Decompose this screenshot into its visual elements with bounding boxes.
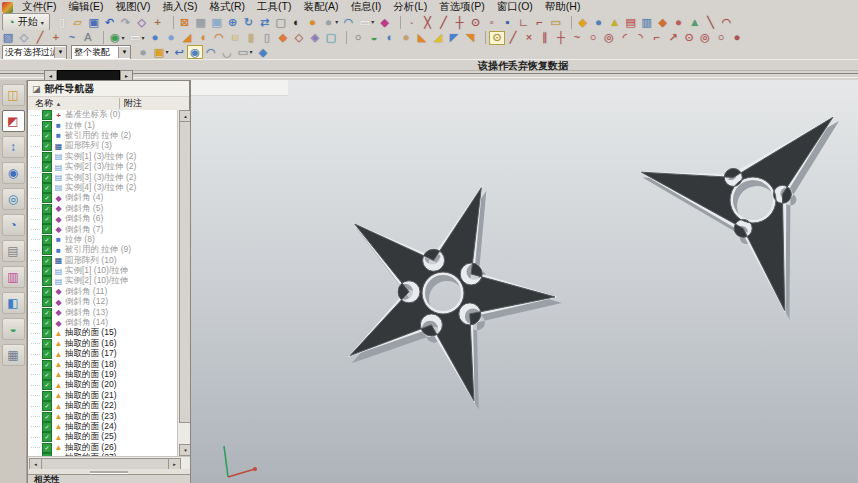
intersect-icon[interactable]: ◈: [307, 31, 323, 45]
sketch-arrow-icon[interactable]: ↗: [665, 31, 681, 45]
sketch-spline-icon[interactable]: ~: [569, 31, 585, 45]
separator[interactable]: [339, 31, 347, 44]
column-header-name[interactable]: 名称 ▲: [28, 97, 95, 110]
sketch-circle2-icon[interactable]: ⊙: [681, 31, 697, 45]
cylinder-icon[interactable]: ▮: [243, 31, 259, 45]
sketch-line-icon[interactable]: ╱: [505, 31, 521, 45]
checkbox-icon[interactable]: ✓: [42, 360, 52, 370]
sweep-icon[interactable]: ◠: [211, 31, 227, 45]
datum-plane-icon[interactable]: ◇: [16, 31, 32, 45]
checkbox-icon[interactable]: ✓: [42, 266, 52, 276]
feature-group-icon-8[interactable]: ▲: [687, 15, 703, 29]
checkbox-icon[interactable]: ✓: [42, 380, 52, 390]
dropdown-arrow-icon[interactable]: ▾: [163, 45, 171, 59]
palette-icon[interactable]: ▥: [2, 266, 25, 288]
sketch-parallel-icon[interactable]: ∥: [537, 31, 553, 45]
highlight-icon[interactable]: ◉: [187, 45, 203, 59]
menu-item[interactable]: 文件(F): [16, 0, 62, 14]
menu-item[interactable]: 分析(L): [387, 0, 433, 14]
checkbox-icon[interactable]: ✓: [42, 173, 52, 183]
menu-item[interactable]: 装配(A): [297, 0, 344, 14]
snap-endpoint-icon[interactable]: ∙: [404, 15, 420, 29]
sketch-arc2-icon[interactable]: ◝: [633, 31, 649, 45]
checkbox-icon[interactable]: ✓: [42, 349, 52, 359]
menu-item[interactable]: 编辑(E): [62, 0, 109, 14]
checkbox-icon[interactable]: ✓: [42, 162, 52, 172]
text-tool-icon[interactable]: A: [80, 31, 96, 45]
snap-midpoint-icon[interactable]: ╳: [420, 15, 436, 29]
checkbox-icon[interactable]: ✓: [42, 183, 52, 193]
fold-icon-3[interactable]: ◤: [446, 31, 462, 45]
curve-b-icon[interactable]: ◡: [219, 45, 235, 59]
zoom-window-icon[interactable]: ▣: [209, 15, 225, 29]
checkbox-icon[interactable]: ✓: [42, 432, 52, 442]
fold-icon-4[interactable]: ◥: [462, 31, 478, 45]
save-icon[interactable]: ▣: [86, 15, 102, 29]
web-browser-icon[interactable]: ◎: [2, 188, 25, 210]
snap-on-curve-icon[interactable]: ╱: [436, 15, 452, 29]
selection-scope-combo[interactable]: 整个装配 ▼: [71, 45, 131, 60]
lock-icon[interactable]: ⊙: [489, 31, 505, 45]
separator[interactable]: [166, 16, 174, 29]
materials-icon[interactable]: ▤: [2, 240, 25, 262]
pan-view-icon[interactable]: ⇄: [257, 15, 273, 29]
checkbox-icon[interactable]: ✓: [42, 141, 52, 151]
part-navigator-icon[interactable]: ◩: [2, 110, 25, 132]
roles-icon[interactable]: ◒: [2, 318, 25, 340]
checkbox-icon[interactable]: ✓: [42, 193, 52, 203]
checkbox-icon[interactable]: ✓: [42, 110, 52, 120]
subtract-icon[interactable]: ◇: [291, 31, 307, 45]
sketch-cross-icon[interactable]: ┼: [553, 31, 569, 45]
tree-row[interactable]: ✓ ◆ 倒斜角 (7): [28, 224, 177, 234]
sphere-wire-icon[interactable]: ○: [350, 31, 366, 45]
fold-icon-2[interactable]: ◢: [430, 31, 446, 45]
checkbox-icon[interactable]: ✓: [42, 401, 52, 411]
visual-effect-icon[interactable]: ◆: [377, 15, 393, 29]
checkbox-icon[interactable]: ✓: [42, 276, 52, 286]
snap-bounded-plane-icon[interactable]: ▭: [548, 15, 564, 29]
checkbox-icon[interactable]: ✓: [42, 214, 52, 224]
checkbox-icon[interactable]: ✓: [42, 235, 52, 245]
redo-icon[interactable]: ↷: [118, 15, 134, 29]
checkbox-icon[interactable]: ✓: [42, 131, 52, 141]
start-button[interactable]: ◔ 开始 ▾: [2, 13, 50, 31]
separator[interactable]: [564, 16, 572, 29]
new-file-icon[interactable]: ▯: [54, 15, 70, 29]
checkbox-icon[interactable]: ✓: [42, 297, 52, 307]
menu-item[interactable]: 工具(T): [251, 0, 297, 14]
menu-item[interactable]: 帮助(H): [539, 0, 587, 14]
display-mode-icon[interactable]: ▦: [193, 15, 209, 29]
menu-item[interactable]: 插入(S): [156, 0, 203, 14]
feature-group-icon-5[interactable]: ▥: [639, 15, 655, 29]
swirl-view-icon[interactable]: ◠: [341, 15, 357, 29]
checkbox-icon[interactable]: ✓: [42, 318, 52, 328]
menu-item[interactable]: 格式(R): [203, 0, 251, 14]
checkbox-icon[interactable]: ✓: [42, 391, 52, 401]
separator[interactable]: [393, 16, 401, 29]
move-object-icon[interactable]: ◐: [382, 31, 398, 45]
curve-a-icon[interactable]: ◠: [203, 45, 219, 59]
checkbox-icon[interactable]: ✓: [42, 152, 52, 162]
grip-icon[interactable]: ●: [398, 31, 414, 45]
snap-toggle-icon[interactable]: ●: [135, 45, 151, 59]
checkbox-icon[interactable]: ✓: [42, 339, 52, 349]
checkbox-icon[interactable]: ✓: [42, 204, 52, 214]
checkbox-icon[interactable]: ✓: [42, 328, 52, 338]
snap-center-icon[interactable]: ⊙: [468, 15, 484, 29]
sphere-tool-icon-2[interactable]: ●: [163, 31, 179, 45]
curve-icon[interactable]: ~: [64, 31, 80, 45]
column-header-note[interactable]: 附注: [120, 97, 142, 110]
fit-view-icon[interactable]: ⊠: [177, 15, 193, 29]
dependencies-section-header[interactable]: 相关性 ∨: [28, 474, 201, 483]
scene-icon[interactable]: ▦: [2, 344, 25, 366]
datum-axis-icon[interactable]: ╱: [32, 31, 48, 45]
gesture-icon[interactable]: +: [150, 15, 166, 29]
sketch-circle-icon[interactable]: ○: [585, 31, 601, 45]
shell-icon[interactable]: ▢: [323, 31, 339, 45]
checkbox-icon[interactable]: ✓: [42, 412, 52, 422]
sketch-icon[interactable]: ▧: [0, 31, 16, 45]
internet-explorer-icon[interactable]: ◉: [2, 162, 25, 184]
snap-angle-icon[interactable]: ∟: [516, 15, 532, 29]
dropdown-arrow-icon[interactable]: ▾: [119, 31, 127, 45]
graphics-window[interactable]: [190, 80, 858, 483]
